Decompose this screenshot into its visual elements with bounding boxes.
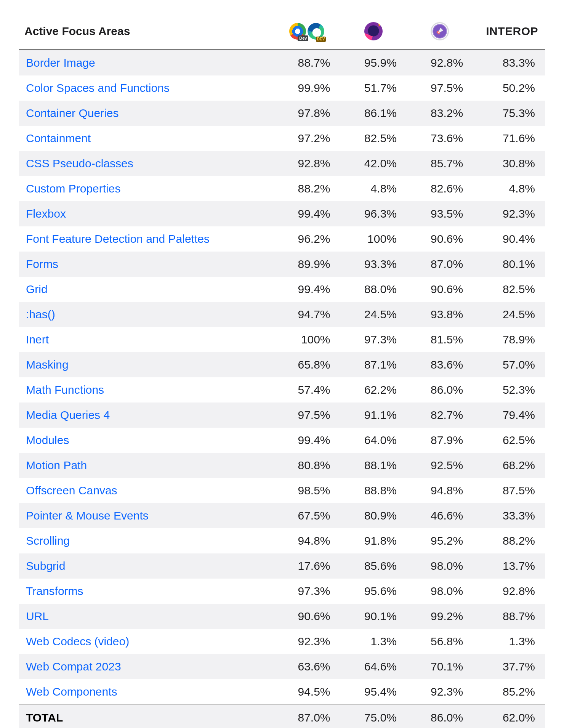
area-link[interactable]: Border Image <box>26 56 95 69</box>
area-link[interactable]: Containment <box>26 132 91 144</box>
firefox-score: 62.2% <box>340 377 407 402</box>
interop-score: 50.2% <box>473 75 545 101</box>
area-link[interactable]: Font Feature Detection and Palettes <box>26 233 210 245</box>
area-link[interactable]: Subgrid <box>26 560 65 572</box>
safari-score: 86.0% <box>407 377 473 402</box>
area-link[interactable]: Forms <box>26 258 58 270</box>
firefox-score: 91.1% <box>340 402 407 428</box>
interop-score: 68.2% <box>473 453 545 478</box>
firefox-nightly-icon <box>364 22 383 40</box>
chrome-edge-score: 63.6% <box>274 654 340 679</box>
area-link[interactable]: Transforms <box>26 585 83 597</box>
area-name-cell: Web Codecs (video) <box>19 629 274 654</box>
area-link[interactable]: Custom Properties <box>26 182 120 195</box>
chrome-edge-score: 97.3% <box>274 579 340 604</box>
chrome-edge-score: 65.8% <box>274 352 340 377</box>
area-link[interactable]: Scrolling <box>26 534 70 547</box>
table-row: Motion Path80.8%88.1%92.5%68.2% <box>19 453 545 478</box>
firefox-score: 64.0% <box>340 428 407 453</box>
safari-score: 83.6% <box>407 352 473 377</box>
interop-score: 33.3% <box>473 503 545 528</box>
area-link[interactable]: Modules <box>26 434 69 446</box>
safari-score: 90.6% <box>407 226 473 252</box>
area-link[interactable]: Flexbox <box>26 207 66 220</box>
area-link[interactable]: Container Queries <box>26 107 119 119</box>
area-link[interactable]: Masking <box>26 358 69 371</box>
interop-score: 87.5% <box>473 478 545 503</box>
area-name-cell: Transforms <box>19 579 274 604</box>
area-name-cell: Subgrid <box>19 553 274 579</box>
table-row: Color Spaces and Functions99.9%51.7%97.5… <box>19 75 545 101</box>
interop-score: 78.9% <box>473 327 545 352</box>
table-row: Pointer & Mouse Events67.5%80.9%46.6%33.… <box>19 503 545 528</box>
interop-score: 37.7% <box>473 654 545 679</box>
area-link[interactable]: Math Functions <box>26 383 104 396</box>
area-name-cell: Container Queries <box>19 101 274 126</box>
area-name-cell: Color Spaces and Functions <box>19 75 274 101</box>
interop-score: 71.6% <box>473 126 545 151</box>
safari-score: 92.5% <box>407 453 473 478</box>
chrome-edge-score: 97.8% <box>274 101 340 126</box>
chrome-dev-icon: Dev <box>289 23 306 40</box>
area-link[interactable]: Media Queries 4 <box>26 409 110 421</box>
area-name-cell: Custom Properties <box>19 176 274 201</box>
firefox-score: 51.7% <box>340 75 407 101</box>
firefox-score: 88.0% <box>340 277 407 302</box>
firefox-score: 80.9% <box>340 503 407 528</box>
chrome-edge-score: 89.9% <box>274 252 340 277</box>
table-row: Containment97.2%82.5%73.6%71.6% <box>19 126 545 151</box>
area-link[interactable]: Inert <box>26 333 49 346</box>
interop-score: 85.2% <box>473 679 545 705</box>
area-name-cell: Pointer & Mouse Events <box>19 503 274 528</box>
area-name-cell: Math Functions <box>19 377 274 402</box>
interop-score: 4.8% <box>473 176 545 201</box>
table-row: Font Feature Detection and Palettes96.2%… <box>19 226 545 252</box>
col-header-firefox <box>340 15 407 50</box>
interop-table-wrap: Active Focus Areas Dev DEV INTEROP Borde… <box>0 0 564 728</box>
safari-score: 99.2% <box>407 604 473 629</box>
table-row: Custom Properties88.2%4.8%82.6%4.8% <box>19 176 545 201</box>
area-link[interactable]: Color Spaces and Functions <box>26 82 170 94</box>
area-name-cell: Media Queries 4 <box>19 402 274 428</box>
interop-score: 62.5% <box>473 428 545 453</box>
safari-score: 87.9% <box>407 428 473 453</box>
safari-score: 83.2% <box>407 101 473 126</box>
firefox-score: 4.8% <box>340 176 407 201</box>
area-link[interactable]: :has() <box>26 308 55 321</box>
firefox-score: 85.6% <box>340 553 407 579</box>
safari-score: 93.5% <box>407 201 473 226</box>
area-name-cell: Border Image <box>19 50 274 75</box>
safari-score: 82.6% <box>407 176 473 201</box>
firefox-score: 90.1% <box>340 604 407 629</box>
area-link[interactable]: CSS Pseudo-classes <box>26 157 133 170</box>
firefox-score: 24.5% <box>340 302 407 327</box>
area-link[interactable]: Web Codecs (video) <box>26 635 129 648</box>
table-row: Subgrid17.6%85.6%98.0%13.7% <box>19 553 545 579</box>
area-link[interactable]: Web Components <box>26 685 117 698</box>
area-link[interactable]: URL <box>26 610 49 622</box>
safari-score: 95.2% <box>407 528 473 553</box>
table-row: Media Queries 497.5%91.1%82.7%79.4% <box>19 402 545 428</box>
interop-score: 90.4% <box>473 226 545 252</box>
area-link[interactable]: Offscreen Canvas <box>26 484 117 497</box>
safari-score: 73.6% <box>407 126 473 151</box>
table-row: Offscreen Canvas98.5%88.8%94.8%87.5% <box>19 478 545 503</box>
area-name-cell: URL <box>19 604 274 629</box>
area-link[interactable]: Web Compat 2023 <box>26 660 121 673</box>
interop-score: 82.5% <box>473 277 545 302</box>
area-link[interactable]: Motion Path <box>26 459 87 471</box>
area-link[interactable]: Pointer & Mouse Events <box>26 509 149 522</box>
interop-score: 88.7% <box>473 604 545 629</box>
firefox-score: 86.1% <box>340 101 407 126</box>
table-row: Grid99.4%88.0%90.6%82.5% <box>19 277 545 302</box>
area-name-cell: Masking <box>19 352 274 377</box>
area-name-cell: Modules <box>19 428 274 453</box>
chrome-edge-total: 87.0% <box>274 705 340 728</box>
chrome-edge-score: 100% <box>274 327 340 352</box>
safari-score: 92.8% <box>407 50 473 75</box>
interop-table: Active Focus Areas Dev DEV INTEROP Borde… <box>19 15 545 728</box>
chrome-edge-score: 96.2% <box>274 226 340 252</box>
firefox-score: 97.3% <box>340 327 407 352</box>
area-link[interactable]: Grid <box>26 283 48 295</box>
interop-score: 92.3% <box>473 201 545 226</box>
